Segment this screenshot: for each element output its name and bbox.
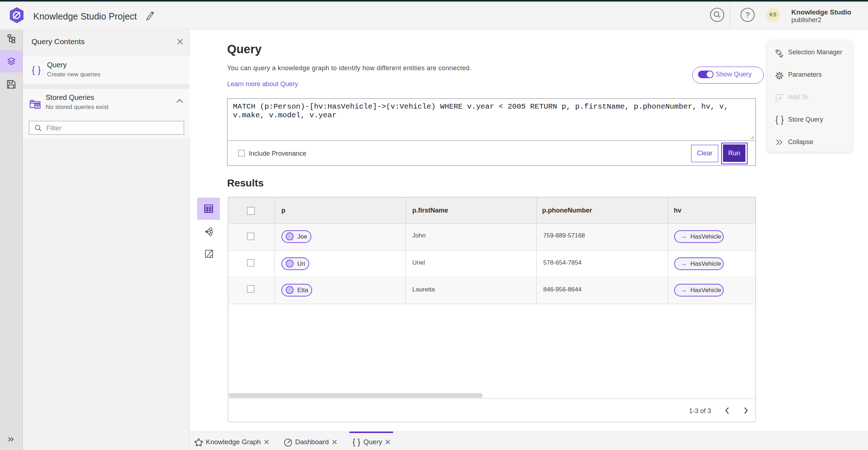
svg-text:?: ? bbox=[745, 10, 750, 19]
